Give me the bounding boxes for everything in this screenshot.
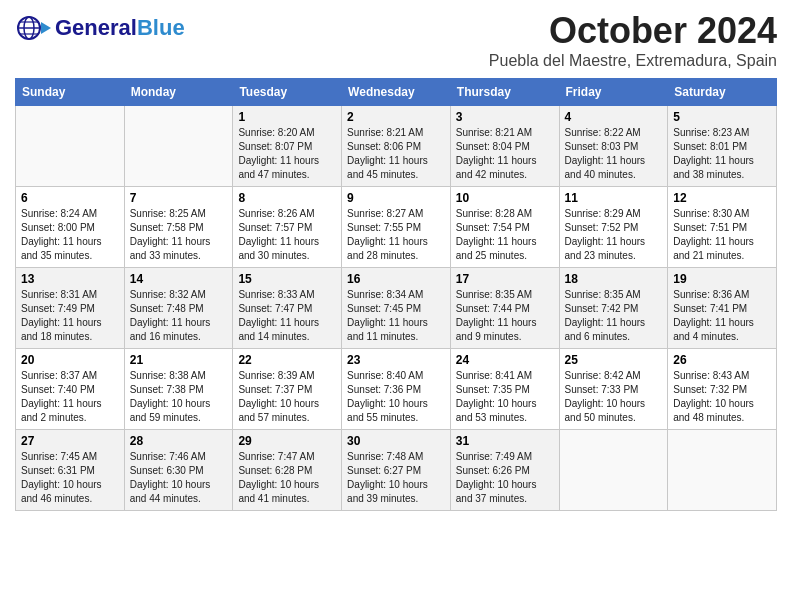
- day-number: 30: [347, 434, 445, 448]
- calendar-cell: [16, 106, 125, 187]
- day-number: 29: [238, 434, 336, 448]
- day-info: Sunrise: 8:33 AM Sunset: 7:47 PM Dayligh…: [238, 288, 336, 344]
- month-year: October 2024: [489, 10, 777, 52]
- calendar-cell: 20Sunrise: 8:37 AM Sunset: 7:40 PM Dayli…: [16, 349, 125, 430]
- day-number: 12: [673, 191, 771, 205]
- day-info: Sunrise: 8:32 AM Sunset: 7:48 PM Dayligh…: [130, 288, 228, 344]
- day-info: Sunrise: 7:47 AM Sunset: 6:28 PM Dayligh…: [238, 450, 336, 506]
- logo-general: General: [55, 15, 137, 40]
- calendar-cell: 9Sunrise: 8:27 AM Sunset: 7:55 PM Daylig…: [342, 187, 451, 268]
- calendar-cell: 24Sunrise: 8:41 AM Sunset: 7:35 PM Dayli…: [450, 349, 559, 430]
- day-info: Sunrise: 7:49 AM Sunset: 6:26 PM Dayligh…: [456, 450, 554, 506]
- calendar-cell: 31Sunrise: 7:49 AM Sunset: 6:26 PM Dayli…: [450, 430, 559, 511]
- day-number: 6: [21, 191, 119, 205]
- day-number: 15: [238, 272, 336, 286]
- day-info: Sunrise: 8:27 AM Sunset: 7:55 PM Dayligh…: [347, 207, 445, 263]
- day-number: 13: [21, 272, 119, 286]
- day-number: 18: [565, 272, 663, 286]
- calendar-week-5: 27Sunrise: 7:45 AM Sunset: 6:31 PM Dayli…: [16, 430, 777, 511]
- day-info: Sunrise: 8:31 AM Sunset: 7:49 PM Dayligh…: [21, 288, 119, 344]
- calendar-cell: 21Sunrise: 8:38 AM Sunset: 7:38 PM Dayli…: [124, 349, 233, 430]
- location: Puebla del Maestre, Extremadura, Spain: [489, 52, 777, 70]
- col-thursday: Thursday: [450, 79, 559, 106]
- calendar-cell: 1Sunrise: 8:20 AM Sunset: 8:07 PM Daylig…: [233, 106, 342, 187]
- day-number: 25: [565, 353, 663, 367]
- logo-icon: [15, 10, 51, 46]
- calendar-cell: 10Sunrise: 8:28 AM Sunset: 7:54 PM Dayli…: [450, 187, 559, 268]
- day-info: Sunrise: 8:21 AM Sunset: 8:06 PM Dayligh…: [347, 126, 445, 182]
- day-info: Sunrise: 8:28 AM Sunset: 7:54 PM Dayligh…: [456, 207, 554, 263]
- calendar-week-2: 6Sunrise: 8:24 AM Sunset: 8:00 PM Daylig…: [16, 187, 777, 268]
- day-info: Sunrise: 8:20 AM Sunset: 8:07 PM Dayligh…: [238, 126, 336, 182]
- col-tuesday: Tuesday: [233, 79, 342, 106]
- day-number: 11: [565, 191, 663, 205]
- calendar-cell: 26Sunrise: 8:43 AM Sunset: 7:32 PM Dayli…: [668, 349, 777, 430]
- calendar-body: 1Sunrise: 8:20 AM Sunset: 8:07 PM Daylig…: [16, 106, 777, 511]
- col-monday: Monday: [124, 79, 233, 106]
- day-info: Sunrise: 8:25 AM Sunset: 7:58 PM Dayligh…: [130, 207, 228, 263]
- day-info: Sunrise: 8:24 AM Sunset: 8:00 PM Dayligh…: [21, 207, 119, 263]
- day-info: Sunrise: 8:40 AM Sunset: 7:36 PM Dayligh…: [347, 369, 445, 425]
- calendar-cell: 6Sunrise: 8:24 AM Sunset: 8:00 PM Daylig…: [16, 187, 125, 268]
- day-number: 8: [238, 191, 336, 205]
- calendar-cell: 28Sunrise: 7:46 AM Sunset: 6:30 PM Dayli…: [124, 430, 233, 511]
- day-info: Sunrise: 8:30 AM Sunset: 7:51 PM Dayligh…: [673, 207, 771, 263]
- day-info: Sunrise: 8:29 AM Sunset: 7:52 PM Dayligh…: [565, 207, 663, 263]
- day-number: 17: [456, 272, 554, 286]
- day-number: 7: [130, 191, 228, 205]
- day-info: Sunrise: 8:39 AM Sunset: 7:37 PM Dayligh…: [238, 369, 336, 425]
- day-info: Sunrise: 8:36 AM Sunset: 7:41 PM Dayligh…: [673, 288, 771, 344]
- day-number: 2: [347, 110, 445, 124]
- day-number: 10: [456, 191, 554, 205]
- calendar-header: Sunday Monday Tuesday Wednesday Thursday…: [16, 79, 777, 106]
- calendar-table: Sunday Monday Tuesday Wednesday Thursday…: [15, 78, 777, 511]
- calendar-cell: 22Sunrise: 8:39 AM Sunset: 7:37 PM Dayli…: [233, 349, 342, 430]
- calendar-cell: 17Sunrise: 8:35 AM Sunset: 7:44 PM Dayli…: [450, 268, 559, 349]
- title-block: October 2024 Puebla del Maestre, Extrema…: [489, 10, 777, 70]
- calendar-cell: 18Sunrise: 8:35 AM Sunset: 7:42 PM Dayli…: [559, 268, 668, 349]
- calendar-cell: 27Sunrise: 7:45 AM Sunset: 6:31 PM Dayli…: [16, 430, 125, 511]
- col-friday: Friday: [559, 79, 668, 106]
- day-info: Sunrise: 8:35 AM Sunset: 7:42 PM Dayligh…: [565, 288, 663, 344]
- day-info: Sunrise: 8:23 AM Sunset: 8:01 PM Dayligh…: [673, 126, 771, 182]
- calendar-cell: 13Sunrise: 8:31 AM Sunset: 7:49 PM Dayli…: [16, 268, 125, 349]
- calendar-cell: 11Sunrise: 8:29 AM Sunset: 7:52 PM Dayli…: [559, 187, 668, 268]
- header: GeneralBlue October 2024 Puebla del Maes…: [15, 10, 777, 70]
- calendar-week-4: 20Sunrise: 8:37 AM Sunset: 7:40 PM Dayli…: [16, 349, 777, 430]
- calendar-cell: 8Sunrise: 8:26 AM Sunset: 7:57 PM Daylig…: [233, 187, 342, 268]
- day-info: Sunrise: 7:48 AM Sunset: 6:27 PM Dayligh…: [347, 450, 445, 506]
- day-number: 14: [130, 272, 228, 286]
- col-sunday: Sunday: [16, 79, 125, 106]
- day-info: Sunrise: 7:45 AM Sunset: 6:31 PM Dayligh…: [21, 450, 119, 506]
- calendar-cell: [124, 106, 233, 187]
- calendar-cell: 16Sunrise: 8:34 AM Sunset: 7:45 PM Dayli…: [342, 268, 451, 349]
- col-saturday: Saturday: [668, 79, 777, 106]
- calendar-cell: 14Sunrise: 8:32 AM Sunset: 7:48 PM Dayli…: [124, 268, 233, 349]
- day-info: Sunrise: 8:26 AM Sunset: 7:57 PM Dayligh…: [238, 207, 336, 263]
- calendar-cell: 4Sunrise: 8:22 AM Sunset: 8:03 PM Daylig…: [559, 106, 668, 187]
- day-number: 26: [673, 353, 771, 367]
- calendar-cell: [668, 430, 777, 511]
- day-info: Sunrise: 8:43 AM Sunset: 7:32 PM Dayligh…: [673, 369, 771, 425]
- day-number: 23: [347, 353, 445, 367]
- calendar-cell: 30Sunrise: 7:48 AM Sunset: 6:27 PM Dayli…: [342, 430, 451, 511]
- day-number: 1: [238, 110, 336, 124]
- day-info: Sunrise: 8:37 AM Sunset: 7:40 PM Dayligh…: [21, 369, 119, 425]
- calendar-cell: 12Sunrise: 8:30 AM Sunset: 7:51 PM Dayli…: [668, 187, 777, 268]
- day-number: 16: [347, 272, 445, 286]
- day-number: 27: [21, 434, 119, 448]
- calendar-cell: 15Sunrise: 8:33 AM Sunset: 7:47 PM Dayli…: [233, 268, 342, 349]
- day-info: Sunrise: 8:41 AM Sunset: 7:35 PM Dayligh…: [456, 369, 554, 425]
- day-number: 4: [565, 110, 663, 124]
- header-row: Sunday Monday Tuesday Wednesday Thursday…: [16, 79, 777, 106]
- calendar-week-3: 13Sunrise: 8:31 AM Sunset: 7:49 PM Dayli…: [16, 268, 777, 349]
- day-info: Sunrise: 8:38 AM Sunset: 7:38 PM Dayligh…: [130, 369, 228, 425]
- day-number: 3: [456, 110, 554, 124]
- day-number: 21: [130, 353, 228, 367]
- day-number: 9: [347, 191, 445, 205]
- calendar-cell: 23Sunrise: 8:40 AM Sunset: 7:36 PM Dayli…: [342, 349, 451, 430]
- calendar-cell: 5Sunrise: 8:23 AM Sunset: 8:01 PM Daylig…: [668, 106, 777, 187]
- calendar-cell: 3Sunrise: 8:21 AM Sunset: 8:04 PM Daylig…: [450, 106, 559, 187]
- day-info: Sunrise: 8:34 AM Sunset: 7:45 PM Dayligh…: [347, 288, 445, 344]
- day-info: Sunrise: 8:22 AM Sunset: 8:03 PM Dayligh…: [565, 126, 663, 182]
